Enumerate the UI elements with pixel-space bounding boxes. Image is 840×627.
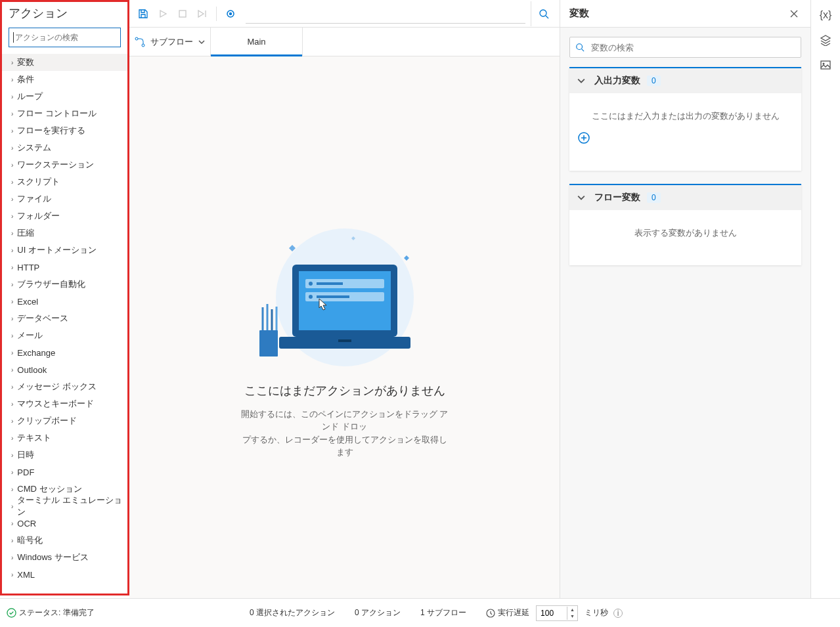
action-category[interactable]: ›変数 (2, 54, 127, 71)
action-category-label: Exchange (17, 348, 55, 358)
io-variables-header[interactable]: 入出力変数 0 (569, 68, 801, 93)
action-category[interactable]: ›メッセージ ボックス (2, 378, 127, 395)
action-category[interactable]: ›圧縮 (2, 225, 127, 242)
record-button[interactable] (221, 4, 240, 24)
action-category[interactable]: ›Excel (2, 293, 127, 310)
run-button[interactable] (153, 4, 173, 24)
info-icon[interactable]: i (613, 609, 623, 618)
chevron-right-icon: › (11, 247, 13, 254)
action-category[interactable]: ›ファイル (2, 190, 127, 207)
variables-search[interactable] (569, 37, 801, 58)
save-button[interactable] (133, 4, 153, 24)
actions-panel: アクション ›変数›条件›ループ›フロー コントロール›フローを実行する›システ… (0, 0, 129, 595)
action-category[interactable]: ›フローを実行する (2, 122, 127, 139)
chevron-right-icon: › (11, 571, 13, 578)
action-category[interactable]: ›HTTP (2, 259, 127, 276)
chevron-right-icon: › (11, 520, 13, 527)
action-category-label: フォルダー (17, 210, 60, 222)
chevron-right-icon: › (11, 59, 13, 66)
action-category-label: OCR (17, 519, 36, 529)
chevron-down-icon (198, 39, 205, 45)
add-io-variable-button[interactable] (577, 131, 793, 144)
action-category-label: ワークステーション (17, 159, 94, 171)
action-category-label: クリップボード (17, 415, 77, 427)
action-category[interactable]: ›メール (2, 327, 127, 344)
action-category-label: 変数 (17, 56, 34, 68)
flow-variables-header[interactable]: フロー変数 0 (569, 185, 801, 210)
flow-canvas[interactable]: ここにはまだアクションがありません 開始するには、このペインにアクションをドラッ… (129, 56, 560, 627)
chevron-right-icon: › (11, 110, 13, 118)
action-category[interactable]: ›暗号化 (2, 532, 127, 549)
variables-rail-icon[interactable]: {x} (820, 9, 832, 21)
action-category-label: HTTP (17, 263, 39, 272)
action-category[interactable]: ›XML (2, 566, 127, 583)
action-category[interactable]: ›Windows サービス (2, 549, 127, 566)
search-button[interactable] (531, 1, 556, 26)
action-category[interactable]: ›テキスト (2, 429, 127, 446)
spin-up[interactable]: ▲ (567, 607, 577, 613)
action-category[interactable]: ›マウスとキーボード (2, 395, 127, 412)
actions-search[interactable] (9, 28, 121, 47)
action-category[interactable]: ›ブラウザー自動化 (2, 276, 127, 293)
empty-illustration (253, 225, 437, 370)
actions-list[interactable]: ›変数›条件›ループ›フロー コントロール›フローを実行する›システム›ワークス… (2, 54, 127, 594)
toolbar (129, 0, 560, 28)
action-category[interactable]: ›Outlook (2, 361, 127, 378)
action-category[interactable]: ›データベース (2, 310, 127, 327)
subflow-dropdown[interactable]: サブフロー (129, 28, 211, 56)
layers-icon[interactable] (820, 34, 831, 46)
variables-search-input[interactable] (591, 43, 795, 53)
chevron-right-icon: › (11, 281, 13, 288)
io-variables-section: 入出力変数 0 ここにはまだ入力または出力の変数がありません (569, 67, 801, 171)
delay-value-input[interactable] (537, 609, 567, 618)
action-category[interactable]: ›Exchange (2, 344, 127, 361)
action-category[interactable]: ›ループ (2, 88, 127, 105)
chevron-right-icon: › (11, 554, 13, 561)
action-category[interactable]: ›条件 (2, 71, 127, 88)
spin-down[interactable]: ▼ (567, 613, 577, 620)
chevron-right-icon: › (11, 383, 13, 391)
command-input[interactable] (246, 4, 525, 24)
io-variables-empty-text: ここにはまだ入力または出力の変数がありません (592, 111, 780, 121)
variables-panel-title: 変数 (569, 7, 787, 20)
action-category[interactable]: ›ターミナル エミュレーション (2, 498, 127, 515)
action-category-label: 圧縮 (17, 227, 34, 239)
actions-panel-title: アクション (2, 2, 127, 28)
action-category[interactable]: ›クリップボード (2, 412, 127, 429)
flow-variables-section: フロー変数 0 表示する変数がありません (569, 184, 801, 265)
status-ok-icon (7, 608, 16, 618)
chevron-right-icon: › (11, 264, 13, 271)
action-category[interactable]: ›PDF (2, 464, 127, 481)
chevron-right-icon: › (11, 486, 13, 493)
action-category-label: 日時 (17, 449, 34, 461)
status-bar: ステータス: 準備完了 0 選択されたアクション 0 アクション 1 サブフロー… (0, 598, 840, 627)
chevron-right-icon: › (11, 230, 13, 237)
action-category[interactable]: ›フロー コントロール (2, 105, 127, 122)
chevron-right-icon: › (11, 144, 13, 152)
svg-rect-0 (179, 11, 186, 17)
step-button[interactable] (192, 4, 212, 24)
close-icon[interactable] (787, 7, 801, 21)
action-category[interactable]: ›ワークステーション (2, 156, 127, 173)
svg-point-5 (135, 37, 138, 40)
tab-main[interactable]: Main (211, 28, 303, 56)
actions-search-input[interactable] (14, 30, 120, 45)
chevron-down-icon (577, 77, 585, 85)
flow-variables-empty-text: 表示する変数がありません (634, 228, 737, 238)
svg-point-23 (577, 44, 583, 50)
action-category[interactable]: ›フォルダー (2, 207, 127, 225)
action-category[interactable]: ›日時 (2, 446, 127, 464)
chevron-right-icon: › (11, 400, 13, 408)
image-icon[interactable] (820, 59, 831, 71)
action-category-label: メール (17, 330, 43, 341)
delay-input[interactable]: ▲ ▼ (536, 605, 578, 621)
action-category[interactable]: ›UI オートメーション (2, 242, 127, 259)
action-category[interactable]: ›システム (2, 139, 127, 156)
flow-icon (135, 37, 145, 47)
action-category-label: CMD セッション (17, 483, 81, 495)
stop-button[interactable] (173, 4, 192, 24)
svg-point-28 (823, 63, 825, 65)
chevron-right-icon: › (11, 503, 13, 510)
action-category[interactable]: ›スクリプト (2, 173, 127, 190)
status-text: ステータス: 準備完了 (19, 607, 95, 618)
